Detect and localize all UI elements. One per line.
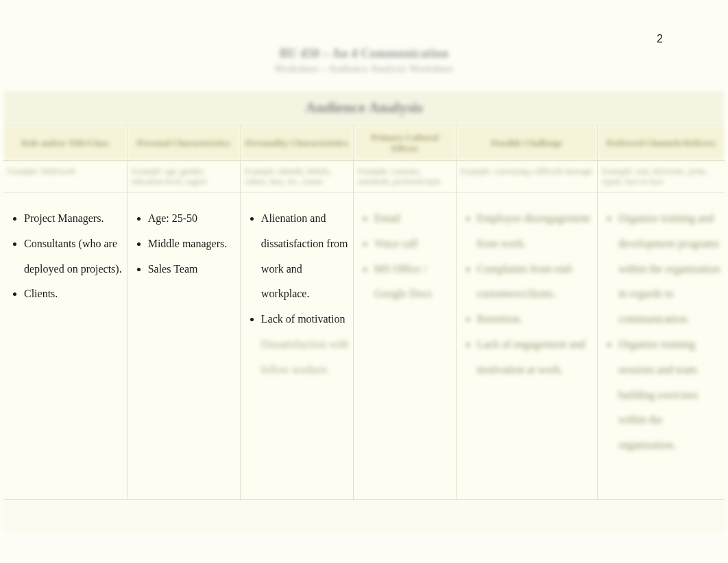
col-header: Preferred Channels/Delivery	[598, 125, 725, 161]
list-item: Consultants (who are deployed on project…	[24, 232, 124, 282]
cell-delivery: Organize training and development progra…	[598, 192, 725, 499]
list-item: Organize training and development progra…	[618, 206, 722, 332]
audience-analysis-table: Audience Analysis Role and/or Title/Clas…	[0, 90, 728, 533]
main-header-cell: Audience Analysis	[3, 90, 725, 125]
blurred-text: Dissatisfaction with fellow workers	[261, 332, 350, 383]
table-row: Project Managers. Consultants (who are d…	[3, 192, 725, 499]
cell-personality: Alienation and dissatisfaction from work…	[240, 192, 353, 499]
list-item: Age: 25-50	[148, 206, 237, 232]
document-subtitle: Worksheet – Audience Analysis Worksheet	[0, 64, 728, 75]
list-item: Middle managers.	[148, 232, 237, 257]
list-item: Complaints from end-customers/clients.	[477, 257, 594, 308]
list-item: Voice call	[374, 232, 453, 257]
list-item-label: Lack of motivation	[261, 313, 345, 325]
table-subheads: Example: field/work Example: age, gender…	[3, 161, 725, 192]
cell-personal: Age: 25-50 Middle managers. Sales Team	[127, 192, 240, 499]
table-footer-row	[3, 499, 725, 532]
list-item: Email	[374, 206, 453, 232]
list-item: Lack of motivation Dissatisfaction with …	[261, 307, 350, 382]
col-header: Personal Characteristics	[127, 125, 240, 161]
col-header: Role and/or Title/Class	[3, 125, 128, 161]
list-item: Retention.	[477, 307, 594, 332]
subhead-cell: Example: oral, electronic, print, typed,…	[598, 161, 725, 192]
list-item: Organize training sessions and team buil…	[618, 332, 722, 458]
cell-role: Project Managers. Consultants (who are d…	[3, 192, 128, 499]
col-header: Primary Cultural Effects	[354, 125, 457, 161]
document-title: BU 450 – An 4 Communication	[0, 47, 728, 61]
subhead-cell: Example: attitude, beliefs, values, bias…	[240, 161, 353, 192]
list-item: Clients.	[24, 282, 124, 307]
list-item: Lack of engagement and motivation at wor…	[477, 332, 594, 383]
footer-cell	[3, 499, 725, 532]
col-header: Possible Challenge	[456, 125, 597, 161]
list-item: Sales Team	[148, 257, 237, 282]
list-item: Alienation and dissatisfaction from work…	[261, 206, 350, 307]
subhead-cell: Example: customs, standards, preferred s…	[354, 161, 457, 192]
cell-cultural: Email Voice call MS Office / Google Docs	[354, 192, 457, 499]
page-number: 2	[657, 33, 663, 45]
cell-challenge: Employee disengagement from work. Compla…	[456, 192, 597, 499]
subhead-cell: Example: age, gender, education level, r…	[127, 161, 240, 192]
list-item: Project Managers.	[24, 206, 124, 232]
list-item: Employee disengagement from work.	[477, 206, 594, 257]
subhead-cell: Example: conveying a difficult message	[456, 161, 597, 192]
subhead-cell: Example: field/work	[3, 161, 128, 192]
table-column-headers: Role and/or Title/Class Personal Charact…	[3, 125, 725, 161]
table-main-header: Audience Analysis	[3, 90, 725, 125]
list-item: MS Office / Google Docs	[374, 257, 453, 308]
col-header: Personality Characteristics	[240, 125, 353, 161]
